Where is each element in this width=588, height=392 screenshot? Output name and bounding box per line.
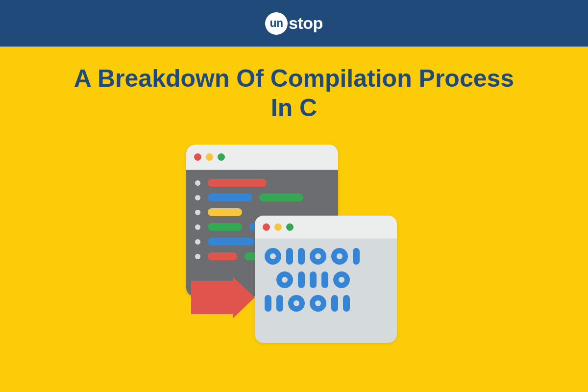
binary-one-icon [298,271,305,288]
header-bar: un stop [0,0,588,47]
binary-zero-icon [288,295,305,312]
code-line [195,194,329,201]
binary-one-icon [298,248,305,265]
binary-zero-icon [333,271,350,288]
logo-circle-text: un [270,17,283,30]
code-segment [208,179,267,187]
binary-one-icon [343,295,350,312]
line-bullet-icon [195,239,200,245]
line-bullet-icon [195,210,200,215]
code-line [195,179,329,187]
compilation-arrow-icon [184,277,272,318]
binary-one-icon [276,295,283,312]
code-window-titlebar [186,145,338,170]
binary-zero-icon [310,248,326,265]
binary-one-icon [310,271,317,288]
code-segment [259,194,303,201]
brand-logo: un stop [265,12,323,35]
code-line [195,208,329,216]
binary-one-icon [286,248,293,265]
traffic-light-yellow-icon [274,223,282,231]
binary-one-icon [353,248,360,265]
binary-window-body [255,239,397,320]
code-segment [208,238,254,245]
binary-zero-icon [265,248,281,265]
traffic-light-green-icon [218,153,225,161]
logo-suffix-text: stop [289,14,323,33]
traffic-light-yellow-icon [206,153,213,161]
binary-zero-icon [276,271,293,288]
code-segment [208,208,242,216]
binary-one-icon [331,295,338,312]
binary-row [265,271,387,288]
code-segment [208,252,237,260]
traffic-light-red-icon [263,223,270,231]
binary-zero-icon [310,295,326,312]
compilation-illustration [172,145,416,350]
line-bullet-icon [195,224,200,230]
traffic-light-red-icon [194,153,201,161]
binary-row [265,248,387,265]
binary-row [265,295,387,312]
line-bullet-icon [195,195,200,200]
line-bullet-icon [195,180,200,186]
code-segment [208,223,242,231]
code-segment [208,194,252,201]
binary-window-titlebar [255,216,397,239]
binary-output-window [255,216,397,343]
line-bullet-icon [195,254,200,259]
content-area: A Breakdown Of Compilation Process In C [0,47,588,392]
traffic-light-green-icon [286,223,294,231]
binary-one-icon [321,271,328,288]
binary-zero-icon [331,248,348,265]
page-title: A Breakdown Of Compilation Process In C [74,64,514,122]
logo-circle: un [265,12,288,35]
